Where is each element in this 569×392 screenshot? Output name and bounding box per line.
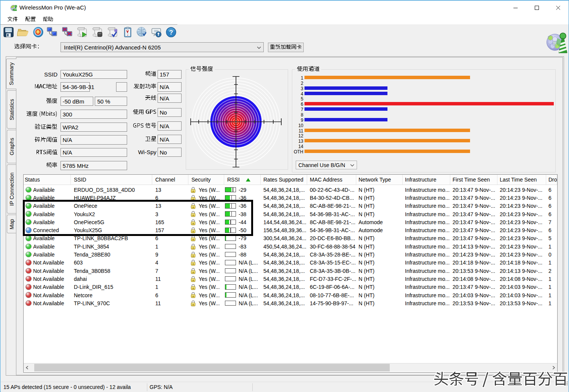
txpower-field[interactable]: N/A — [158, 82, 182, 92]
column-header-network_type[interactable]: Network Type — [356, 175, 403, 185]
infrastructure-cell: Infrastructure mo... — [405, 260, 449, 266]
column-header-security[interactable]: Security — [188, 175, 224, 185]
log-verify-icon — [107, 33, 119, 39]
toolbar-log-stop-button[interactable] — [92, 26, 105, 39]
channel_f-label — [145, 71, 156, 78]
table-cell: 20:14:08 9-Nov-... — [450, 275, 497, 283]
toolbar-help-button[interactable]: ? — [165, 26, 178, 39]
tab-map[interactable]: Map — [7, 215, 16, 233]
table-row[interactable]: AvailableTP-LINK_38541Yes (W...-83450,54… — [24, 242, 557, 250]
toolbar-save-button[interactable] — [3, 26, 16, 39]
usegps-field[interactable]: No — [158, 108, 182, 117]
scrollbar-thumb[interactable] — [34, 364, 390, 371]
toolbar-web-check-button[interactable] — [136, 26, 149, 39]
table-row[interactable]: Not AvailableTenda_3B0B587Yes (W...N/A (… — [24, 267, 557, 275]
toolbar-log-start-button[interactable] — [77, 26, 89, 39]
table-cell: Yes (W... — [188, 275, 224, 283]
channel-use-select[interactable]: Channel Use B/G/N — [296, 161, 357, 169]
last-time-seen-cell: 20:14:23 9-Nov-... — [500, 195, 542, 201]
table-row[interactable]: Not AvailableTP-LINK_970C11Yes (W...N/A … — [24, 299, 557, 307]
table-cell: Infrastructure mo... — [403, 291, 450, 299]
table-cell: Not Available — [24, 299, 71, 307]
table-cell: Automode — [356, 218, 403, 226]
channel-row: 6 — [292, 102, 555, 106]
column-header-rates_supported[interactable]: Rates Supported — [261, 175, 307, 185]
satellite-field[interactable]: N/A — [158, 135, 182, 144]
first-time-seen-cell: 20:13:47 9-Nov-... — [453, 187, 495, 193]
minimize-button[interactable] — [507, 1, 524, 14]
satellite-label — [145, 136, 156, 143]
adapter-combobox[interactable]: Intel(R) Centrino(R) Advanced-N 6205 — [61, 42, 264, 52]
toolbar-open-button[interactable] — [17, 26, 30, 39]
column-header-rssi[interactable]: RSSI — [224, 175, 261, 185]
network-type-cell: N (HT) — [359, 284, 375, 290]
mac-address-cell: 00-22-6C-43-4D-... — [310, 187, 355, 193]
column-header-ssid[interactable]: SSID — [71, 175, 152, 185]
table-cell: 2 — [546, 267, 557, 275]
freq-field[interactable]: 5785 MHz — [61, 161, 128, 170]
channel_f-field[interactable]: 157 — [158, 70, 182, 79]
table-cell: 1 — [546, 259, 557, 267]
column-header-status[interactable]: Status — [24, 175, 71, 185]
table-cell: 1 — [546, 283, 557, 291]
toolbar-report-button[interactable] — [122, 26, 135, 39]
table-row[interactable]: Not AvailableD-Link_DIR_6151Yes (W...N/A… — [24, 283, 557, 291]
channel-row: OTH — [292, 150, 555, 154]
menu-help[interactable] — [43, 16, 53, 23]
status-ball-icon — [26, 244, 32, 250]
strength-label — [46, 98, 57, 105]
close-button[interactable] — [549, 1, 567, 14]
table-cell: 4 — [152, 259, 188, 267]
channel-cell: 6 — [155, 292, 158, 298]
table-row[interactable]: Not AvailableNetcore6Yes (W...N/A (L...5… — [24, 291, 557, 299]
status-text: Not Available — [33, 276, 64, 282]
toolbar-comment-info-button[interactable] — [150, 26, 163, 39]
gpssignal-field[interactable]: N/A — [158, 121, 182, 131]
table-row[interactable]: AvailableTenda_28BE809Yes (W...-8854,48,… — [24, 250, 557, 258]
menu-config[interactable] — [25, 16, 36, 23]
table-cell: 54,48,36,24,18,... — [261, 283, 307, 291]
channel-row: 1 — [292, 76, 555, 80]
column-header-channel[interactable]: Channel — [152, 175, 188, 185]
security-text: Yes (W... — [199, 244, 220, 250]
column-header-infrastructure[interactable]: Infrastructure — [403, 175, 450, 185]
channel-row: 11 — [292, 129, 555, 133]
reload-adapter-button[interactable] — [268, 43, 304, 52]
table-cell: 20:14:13 9-Nov-... — [450, 242, 497, 250]
toolbar-export-screens-button[interactable] — [46, 26, 59, 39]
column-header-last_time_seen[interactable]: Last Time Seen — [497, 175, 546, 185]
table-cell: 20:13:47 9-Nov-... — [450, 202, 497, 210]
toolbar-disconnect-screens-button[interactable] — [61, 26, 74, 39]
table-row[interactable]: AvailableERDUO_DS_1838_4DD013Yes (W...-2… — [24, 186, 557, 194]
tab-ip-connection[interactable]: IP Connection — [7, 164, 16, 214]
channel-bar-track — [304, 113, 554, 116]
scroll-left-button[interactable] — [24, 363, 30, 372]
column-header-first_time_seen[interactable]: First Time Seen — [450, 175, 497, 185]
ssid-cell: D-Link_DIR_615 — [74, 284, 113, 290]
scroll-right-button[interactable] — [550, 363, 557, 372]
column-header-drops[interactable]: Dro — [546, 175, 557, 185]
channel-bar-track — [304, 102, 554, 105]
table-cell: Tenda_28BE80 — [71, 250, 152, 258]
tab-graphs[interactable]: Graphs — [7, 130, 16, 163]
maximize-button[interactable] — [528, 1, 545, 14]
table-cell: Available — [24, 186, 71, 194]
chevron-down-icon — [350, 164, 354, 166]
mac-address-cell: 20-DC-E6-B0-BB... — [310, 235, 355, 241]
table-row[interactable]: Not Availabledahai11Yes (W...N/A (L...54… — [24, 275, 557, 283]
toolbar-target-button[interactable] — [32, 26, 45, 39]
wispy-field[interactable]: No — [158, 148, 182, 157]
infrastructure-cell: Infrastructure mo... — [405, 195, 449, 201]
first-time-seen-cell: 20:14:08 9-Nov-... — [453, 276, 495, 282]
horizontal-scrollbar[interactable] — [24, 363, 557, 371]
antenna-field[interactable]: N/A — [158, 94, 182, 103]
menu-file[interactable] — [7, 16, 18, 23]
table-cell: 1 — [546, 299, 557, 307]
lock-icon — [191, 235, 196, 242]
column-header-mac_address[interactable]: MAC Address — [307, 175, 356, 185]
channel-row: 4 — [292, 92, 555, 96]
toolbar-log-verify-button[interactable] — [107, 26, 120, 39]
table-row[interactable]: Not Available6034Yes (W...N/A (L...54,48… — [24, 259, 557, 267]
network-type-cell: N (HT) — [359, 252, 375, 258]
tab-summary[interactable]: Summary — [6, 59, 16, 89]
